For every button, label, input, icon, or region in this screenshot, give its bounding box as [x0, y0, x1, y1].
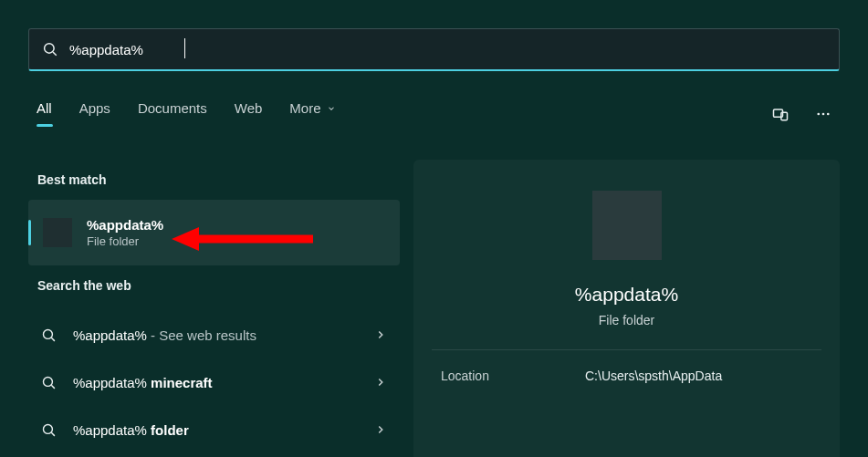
svg-point-5	[822, 112, 825, 115]
web-result-text: %appdata% - See web results	[73, 327, 374, 343]
detail-row-location: Location C:\Users\spsth\AppData	[413, 350, 840, 401]
search-icon	[41, 327, 57, 343]
svg-line-10	[51, 385, 55, 389]
folder-icon	[43, 218, 72, 247]
svg-point-4	[817, 112, 820, 115]
tab-apps[interactable]: Apps	[79, 100, 110, 127]
more-options-button[interactable]	[815, 106, 831, 122]
search-icon	[42, 41, 58, 57]
chevron-right-icon	[374, 423, 387, 436]
web-result-item[interactable]: %appdata% folder	[28, 406, 400, 453]
svg-line-12	[51, 432, 55, 436]
svg-line-8	[51, 338, 55, 341]
preview-title: %appdata%	[575, 284, 678, 306]
preview-folder-icon	[592, 191, 662, 260]
search-web-heading: Search the web	[28, 265, 400, 306]
tab-all[interactable]: All	[37, 100, 52, 127]
svg-point-7	[43, 329, 52, 338]
preview-subtitle: File folder	[599, 313, 654, 327]
detail-value: C:\Users\spsth\AppData	[585, 369, 722, 383]
text-cursor	[184, 38, 185, 58]
detail-label: Location	[441, 369, 585, 383]
search-input[interactable]	[69, 42, 826, 57]
chevron-right-icon	[374, 376, 387, 389]
search-icon	[41, 375, 57, 390]
tab-more[interactable]: More	[289, 100, 335, 127]
tab-web[interactable]: Web	[235, 100, 263, 127]
search-bar[interactable]	[28, 28, 840, 71]
tab-more-label: More	[289, 100, 320, 116]
web-results-list: %appdata% - See web results %appdata% mi…	[28, 311, 400, 453]
best-match-result[interactable]: %appdata% File folder	[28, 200, 400, 265]
svg-point-11	[43, 424, 52, 433]
chevron-down-icon	[327, 104, 336, 113]
best-match-heading: Best match	[28, 160, 400, 200]
filter-tabs: All Apps Documents Web More	[37, 100, 831, 127]
results-panel: Best match %appdata% File folder Search …	[28, 160, 400, 453]
svg-point-0	[45, 44, 55, 54]
devices-icon-button[interactable]	[771, 105, 790, 123]
search-icon	[41, 422, 57, 438]
svg-point-9	[43, 377, 52, 386]
web-result-item[interactable]: %appdata% - See web results	[28, 311, 400, 358]
best-match-subtitle: File folder	[87, 234, 163, 248]
chevron-right-icon	[374, 328, 387, 341]
svg-point-6	[827, 112, 830, 115]
web-result-text: %appdata% folder	[73, 422, 374, 438]
devices-icon	[771, 105, 790, 123]
ellipsis-icon	[815, 106, 831, 122]
svg-line-1	[53, 52, 57, 56]
web-result-text: %appdata% minecraft	[73, 375, 374, 390]
tab-documents[interactable]: Documents	[138, 100, 207, 127]
best-match-title: %appdata%	[87, 217, 163, 233]
web-result-item[interactable]: %appdata% minecraft	[28, 358, 400, 406]
preview-panel: %appdata% File folder Location C:\Users\…	[413, 160, 840, 457]
